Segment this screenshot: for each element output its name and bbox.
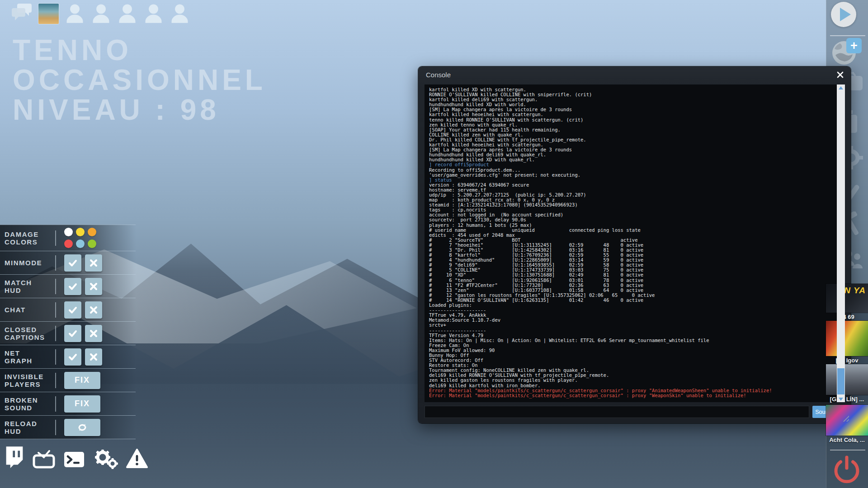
console-line: deli69 killed kartfol with iron_bomber.	[429, 383, 837, 388]
menu-row-chat: CHAT	[0, 298, 136, 321]
servers-button[interactable]: +	[831, 40, 857, 68]
twitch-icon[interactable]	[5, 446, 24, 469]
party-slot-icon[interactable]	[117, 3, 137, 23]
play-icon	[840, 8, 851, 21]
row-divider	[55, 255, 56, 271]
check-icon	[68, 282, 78, 291]
sidebar-divider	[830, 35, 865, 36]
row-label: CLOSED CAPTIONS	[0, 326, 54, 341]
check-icon	[68, 305, 78, 315]
damage-color-dot[interactable]	[76, 228, 85, 236]
close-icon[interactable]	[835, 70, 845, 80]
party-slot-icon[interactable]	[143, 3, 164, 23]
row-label: NET GRAPH	[0, 349, 54, 365]
console-window: Console kartfol killed XD with scattergu…	[418, 66, 851, 423]
menu-row-net-graph: NET GRAPH	[0, 345, 136, 368]
cross-icon	[89, 352, 99, 362]
player-level: NIVEAU : 98	[13, 95, 266, 125]
sidebar-divider	[830, 450, 865, 450]
player-avatar[interactable]	[38, 4, 59, 24]
console-log[interactable]: kartfol killed XD with scattergun.RONNIE…	[425, 84, 837, 402]
scroll-down-icon[interactable]	[837, 396, 845, 402]
console-line: ] record offi5product	[429, 162, 837, 167]
captions-disable-button[interactable]	[85, 325, 102, 342]
gears-icon[interactable]	[93, 446, 118, 469]
player-title: TENNO OCCASIONNEL NIVEAU : 98	[13, 35, 266, 125]
console-line: Metamod:Source 1.10.7-dev	[429, 318, 837, 323]
row-divider	[55, 349, 56, 365]
netgraph-enable-button[interactable]	[64, 348, 81, 366]
row-label: MATCH HUD	[0, 279, 54, 294]
row-divider	[55, 396, 56, 412]
console-line: Bunny Hop: Off	[429, 353, 837, 358]
cross-icon	[89, 282, 99, 291]
console-line: --------------------	[429, 328, 837, 333]
console-line: Recording to offi5product.dem...	[429, 168, 837, 173]
chat-enable-button[interactable]	[64, 301, 81, 319]
hud-options-menu: DAMAGE COLORS MINMODE MATCH HUD CHAT	[0, 225, 136, 439]
player-name: TENNO	[13, 35, 266, 65]
check-icon	[68, 258, 78, 268]
match-hud-enable-button[interactable]	[64, 278, 81, 295]
friend-tile[interactable]: Acht Cola, ...	[826, 405, 868, 443]
terminal-icon[interactable]	[63, 450, 85, 469]
party-slot-icon[interactable]	[170, 3, 190, 23]
damage-color-dot[interactable]	[88, 239, 96, 248]
cross-icon	[89, 258, 99, 268]
console-line: steamid : [A:1:2352141323:17080] (901453…	[429, 202, 837, 207]
cross-icon	[89, 328, 99, 338]
add-server-icon[interactable]: +	[846, 38, 862, 53]
broken-sound-fix-button[interactable]: FIX	[64, 395, 100, 413]
match-hud-disable-button[interactable]	[85, 278, 102, 295]
row-divider	[55, 420, 56, 435]
console-line: --------------------	[429, 308, 837, 313]
console-line: zen killed gaston les roustons fragiles …	[429, 378, 837, 383]
minmode-disable-button[interactable]	[85, 254, 102, 272]
chat-disable-button[interactable]	[85, 301, 102, 319]
resume-play-button[interactable]	[831, 2, 856, 27]
menu-row-reload-hud: RELOAD HUD	[0, 415, 136, 439]
console-scrollbar[interactable]	[837, 84, 845, 402]
minmode-enable-button[interactable]	[64, 254, 81, 272]
console-line: srctv+	[429, 323, 837, 328]
friend-tile[interactable]: N YA 94 69	[826, 284, 868, 320]
friend-name: [...] Igov	[826, 356, 868, 364]
row-divider	[55, 326, 56, 341]
quit-button[interactable]	[833, 455, 861, 486]
party-slot-icon[interactable]	[91, 3, 111, 23]
damage-color-dot[interactable]	[64, 228, 73, 236]
reload-hud-button[interactable]	[64, 419, 100, 436]
row-label: RELOAD HUD	[0, 420, 54, 435]
scrollbar-thumb[interactable]	[837, 368, 844, 394]
captions-enable-button[interactable]	[64, 325, 81, 342]
console-line: tenno killed RONNIE O'SULLIVAN with scat…	[429, 117, 837, 122]
row-label: MINMODE	[0, 259, 54, 267]
console-line: 'user/game_overrides.cfg' not present; n…	[429, 173, 837, 178]
friend-tile[interactable]: [...] Igov	[826, 321, 868, 364]
damage-color-dot[interactable]	[64, 239, 73, 248]
menu-row-match-hud: MATCH HUD	[0, 274, 136, 298]
console-line: Error: Material "models/paintkits/c_scat…	[429, 393, 837, 398]
console-line: Items: Hats: On | Misc: On | Action: On …	[429, 338, 837, 343]
friend-tile[interactable]: [G..M LÍN] ...	[826, 364, 868, 403]
console-line: players : 12 humans, 1 bots (25 max)	[429, 223, 837, 228]
menu-row-invisible-players: INVISIBLE PLAYERS FIX	[0, 368, 136, 392]
console-line: hundhundhund killed XD with quake_rl.	[429, 157, 837, 162]
warning-icon[interactable]	[126, 448, 148, 469]
damage-color-dot[interactable]	[88, 228, 96, 236]
party-slot-icon[interactable]	[65, 3, 85, 23]
menu-row-closed-captions: CLOSED CAPTIONS	[0, 321, 136, 345]
netgraph-disable-button[interactable]	[85, 348, 102, 366]
row-divider	[55, 279, 56, 294]
tf2-main-menu-screen: TENNO OCCASIONNEL NIVEAU : 98 DAMAGE COL…	[0, 0, 868, 488]
damage-color-dot[interactable]	[76, 239, 85, 248]
tv-icon[interactable]	[32, 447, 56, 469]
console-line: # 14 "RONNIE O'SULLIVAN" [U:1:6263135] 0…	[429, 298, 837, 303]
check-icon	[68, 352, 78, 362]
invisible-players-fix-button[interactable]: FIX	[64, 372, 100, 389]
chat-bubbles-icon[interactable]	[11, 3, 33, 23]
console-line: sourcetv: port 27130, delay 90.0s	[429, 217, 837, 222]
menu-row-minmode: MINMODE	[0, 251, 136, 274]
console-command-input[interactable]	[425, 406, 809, 418]
scroll-up-icon[interactable]	[837, 84, 845, 91]
